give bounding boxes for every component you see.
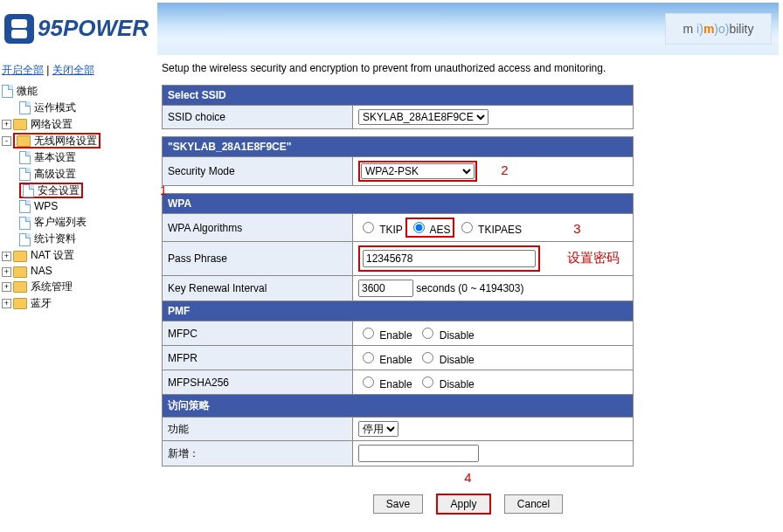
expand-icon[interactable]: + <box>2 282 11 292</box>
ssid-choice-label: SSID choice <box>163 106 353 129</box>
alg-tkip-option[interactable]: TKIP <box>358 224 403 236</box>
brand-logo: 95POWER <box>4 14 149 44</box>
open-all-link[interactable]: 开启全部 <box>2 64 44 76</box>
collapse-icon[interactable]: - <box>2 136 11 146</box>
func-select[interactable]: 停用 <box>358 421 398 437</box>
tree-wlan-wps[interactable]: WPS <box>19 199 153 214</box>
wpa-table: WPA WPA Algorithms TKIP AES TKIPAES 3 Pa… <box>162 193 634 466</box>
alg-aes-radio[interactable] <box>413 222 425 233</box>
page-icon <box>2 85 13 98</box>
page-icon <box>19 151 31 164</box>
brand-text: 95POWER <box>38 15 149 42</box>
cancel-button[interactable]: Cancel <box>504 494 563 514</box>
key-renewal-input[interactable] <box>358 280 413 297</box>
mfpr-disable[interactable]: Disable <box>418 354 474 366</box>
section-policy: 访问策略 <box>163 395 634 418</box>
folder-icon <box>13 298 27 309</box>
mfpc-enable[interactable]: Enable <box>358 329 412 342</box>
wpa-alg-label: WPA Algorithms <box>163 214 353 242</box>
passphrase-label: Pass Phrase <box>163 242 353 276</box>
section-wpa: WPA <box>163 194 634 214</box>
tree-controls: 开启全部 | 关闭全部 <box>0 61 153 83</box>
tree-wlan-basic[interactable]: 基本设置 <box>19 149 153 166</box>
alg-tkip-radio[interactable] <box>363 222 374 233</box>
tree-wlan-sec[interactable]: 安全设置1 <box>19 183 153 199</box>
tree-wlan[interactable]: -无线网络设置 <box>2 133 153 149</box>
annotation-4: 4 <box>464 470 471 485</box>
mfpc-label: MFPC <box>163 321 353 346</box>
close-all-link[interactable]: 关闭全部 <box>52 64 94 76</box>
select-ssid-table: Select SSID SSID choice SKYLAB_28A1E8F9C… <box>162 85 634 129</box>
tree-root[interactable]: 微能 <box>2 83 153 100</box>
tree-net[interactable]: +网络设置 <box>2 116 153 133</box>
security-mode-select[interactable]: WPA2-PSK <box>361 163 475 179</box>
add-input[interactable] <box>358 445 479 462</box>
header-banner: m i)m)o)bility <box>157 3 779 55</box>
mimobility-logo: m i)m)o)bility <box>665 13 772 45</box>
security-mode-label: Security Mode <box>163 157 353 186</box>
mfpsha-enable[interactable]: Enable <box>358 378 412 390</box>
section-select-ssid: Select SSID <box>163 86 634 106</box>
page-icon <box>19 168 31 181</box>
security-mode-table: "SKYLAB_28A1E8F9CE" Security Mode WPA2-P… <box>162 136 634 186</box>
expand-icon[interactable]: + <box>2 299 11 308</box>
annotation-3: 3 <box>573 221 580 236</box>
folder-icon <box>13 281 27 293</box>
section-pmf: PMF <box>163 301 634 321</box>
folder-icon <box>13 251 27 262</box>
page-icon <box>19 233 31 246</box>
func-label: 功能 <box>163 418 353 441</box>
expand-icon[interactable]: + <box>2 267 11 277</box>
tree-wlan-stats[interactable]: 统计资料 <box>19 231 153 247</box>
annotation-1: 1 <box>160 183 167 197</box>
page-icon <box>23 184 34 197</box>
annotation-2: 2 <box>501 162 508 177</box>
expand-icon[interactable]: + <box>2 252 11 261</box>
folder-icon <box>13 266 27 278</box>
page-icon <box>19 217 31 230</box>
brand-mark-icon <box>4 14 34 44</box>
alg-aes-option[interactable]: AES <box>409 219 451 236</box>
mfpr-enable[interactable]: Enable <box>358 354 412 366</box>
tree-nas[interactable]: +NAS <box>2 264 153 278</box>
mfpsha-disable[interactable]: Disable <box>418 378 474 390</box>
mfpsha-label: MFPSHA256 <box>163 370 353 395</box>
mfpr-label: MFPR <box>163 346 353 370</box>
key-renewal-label: Key Renewal Interval <box>163 276 353 301</box>
annotation-3-text: 设置密码 <box>567 250 620 265</box>
tree-bt[interactable]: +蓝牙 <box>2 295 153 312</box>
tree-wlan-clients[interactable]: 客户端列表 <box>19 214 153 231</box>
add-label: 新增： <box>163 441 353 466</box>
tree-mode[interactable]: 运作模式 <box>19 100 153 116</box>
folder-icon <box>17 135 31 147</box>
tree-nat[interactable]: +NAT 设置 <box>2 247 153 264</box>
alg-tkipaes-option[interactable]: TKIPAES <box>457 224 522 236</box>
button-row: Save Apply Cancel <box>162 494 774 515</box>
ssid-choice-select[interactable]: SKYLAB_28A1E8F9CE <box>358 109 489 125</box>
section-ssid-header: "SKYLAB_28A1E8F9CE" <box>163 137 634 157</box>
key-renewal-hint: seconds (0 ~ 4194303) <box>416 282 523 294</box>
tree-wlan-adv[interactable]: 高级设置 <box>19 166 153 183</box>
apply-button[interactable]: Apply <box>436 494 490 515</box>
page-icon <box>19 101 31 114</box>
mfpc-disable[interactable]: Disable <box>418 329 474 342</box>
save-button[interactable]: Save <box>373 494 423 514</box>
tree-sys[interactable]: +系统管理 <box>2 279 153 295</box>
expand-icon[interactable]: + <box>2 120 11 129</box>
passphrase-input[interactable] <box>363 250 536 267</box>
page-description: Setup the wireless security and encrypti… <box>162 62 774 74</box>
page-icon <box>19 200 31 213</box>
folder-icon <box>13 119 27 130</box>
alg-tkipaes-radio[interactable] <box>461 222 473 233</box>
